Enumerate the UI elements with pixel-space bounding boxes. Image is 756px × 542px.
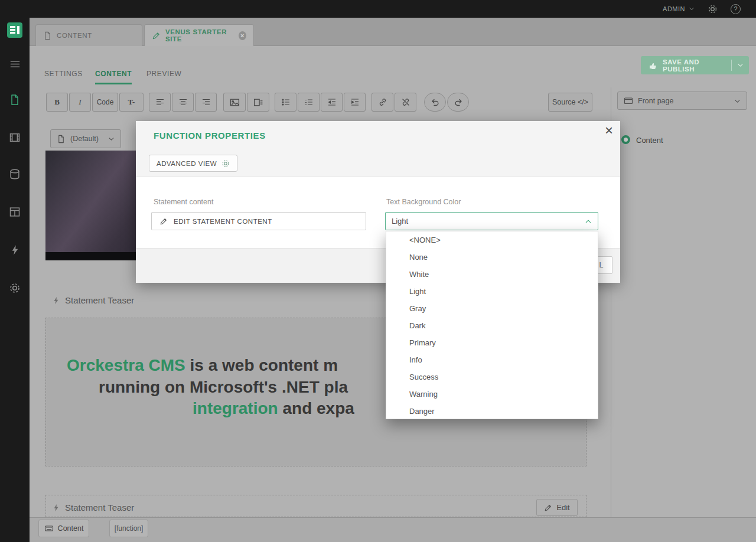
save-and-publish-label: SAVE AND PUBLISH <box>663 58 731 73</box>
option-danger[interactable]: Danger <box>386 403 598 420</box>
breadcrumb-function-chip[interactable]: [function] <box>109 520 148 537</box>
text-style-button[interactable]: T- <box>119 93 144 112</box>
tab-content-perspective[interactable]: CONTENT <box>35 24 142 46</box>
image-icon <box>230 97 240 107</box>
sidebar-system-icon[interactable] <box>0 280 30 296</box>
tab-settings[interactable]: SETTINGS <box>44 70 83 83</box>
indent-icon <box>350 97 360 107</box>
chevron-down-icon <box>734 98 741 105</box>
align-center-icon <box>178 97 188 107</box>
dialog-title: FUNCTION PROPERTIES <box>154 130 266 141</box>
option-warning[interactable]: Warning <box>386 386 598 403</box>
option-none-token[interactable]: <NONE> <box>386 231 598 249</box>
align-left-icon <box>155 97 165 107</box>
statement-line-2: running on Microsoft's .NET pla <box>99 378 348 397</box>
indent-button[interactable] <box>344 93 366 112</box>
sidebar-layout-icon[interactable] <box>0 204 30 220</box>
bold-button[interactable]: B <box>46 93 68 112</box>
code-button[interactable]: Code <box>92 93 118 112</box>
topbar: ADMIN ? <box>0 0 756 18</box>
document-icon <box>57 135 66 143</box>
image-text-icon <box>253 97 263 107</box>
undo-button[interactable] <box>424 93 446 112</box>
redo-button[interactable] <box>447 93 469 112</box>
insert-image-button[interactable] <box>223 93 246 112</box>
left-sidebar <box>0 0 30 542</box>
link-icon <box>378 97 387 107</box>
option-gray[interactable]: Gray <box>386 300 598 317</box>
align-left-button[interactable] <box>149 93 171 112</box>
option-success[interactable]: Success <box>386 368 598 386</box>
insert-link-button[interactable] <box>372 93 393 112</box>
unlink-icon <box>401 97 410 107</box>
outdent-button[interactable] <box>321 93 343 112</box>
page-selector-value: Front page <box>638 97 673 105</box>
thumbs-up-icon <box>648 61 657 70</box>
template-selector-value: (Default) <box>70 135 99 143</box>
content-radio[interactable] <box>621 135 630 144</box>
option-primary[interactable]: Primary <box>386 334 598 351</box>
breadcrumb-bar: Content [function] <box>30 517 756 542</box>
save-and-publish-button[interactable]: SAVE AND PUBLISH <box>641 56 749 74</box>
italic-button[interactable]: I <box>69 93 91 112</box>
page-icon <box>624 96 633 106</box>
help-icon[interactable]: ? <box>731 4 741 14</box>
select-value: Light <box>392 217 408 226</box>
align-center-button[interactable] <box>172 93 194 112</box>
option-none[interactable]: None <box>386 249 598 266</box>
function-bolt-icon <box>52 504 60 512</box>
option-dark[interactable]: Dark <box>386 317 598 334</box>
page-selector-dropdown[interactable]: Front page <box>617 92 747 110</box>
text-background-color-label: Text Background Color <box>386 198 461 206</box>
option-info[interactable]: Info <box>386 351 598 368</box>
text-background-color-select[interactable]: Light <box>385 212 598 230</box>
numbered-list-icon <box>304 97 314 107</box>
bullet-list-button[interactable] <box>275 93 296 112</box>
menu-toggle-icon[interactable] <box>0 56 30 71</box>
pencil-icon <box>544 504 552 512</box>
tab-content[interactable]: CONTENT <box>95 70 132 84</box>
statement-line-3: integration and expa <box>193 399 354 418</box>
insert-media-button[interactable] <box>247 93 269 112</box>
breadcrumb-content-chip[interactable]: Content <box>38 520 89 537</box>
statement-content-label: Statement content <box>154 198 213 206</box>
dialog-close-icon[interactable]: × <box>605 122 613 139</box>
sidebar-functions-icon[interactable] <box>0 242 30 257</box>
option-white[interactable]: White <box>386 266 598 283</box>
statement-teaser-2-label: Statement Teaser <box>52 502 134 512</box>
keyboard-grid-icon <box>44 524 54 533</box>
template-selector-dropdown[interactable]: (Default) <box>50 129 121 148</box>
source-view-button[interactable]: Source </> <box>548 93 592 112</box>
chevron-down-icon <box>689 6 695 12</box>
tab-label: CONTENT <box>57 32 92 39</box>
c1-logo[interactable] <box>7 22 22 38</box>
save-options-chevron-icon[interactable] <box>732 62 749 68</box>
tab-preview[interactable]: PREVIEW <box>146 70 182 83</box>
admin-menu[interactable]: ADMIN <box>663 5 695 12</box>
topbar-settings-gear-icon[interactable] <box>708 4 718 14</box>
numbered-list-button[interactable] <box>298 93 320 112</box>
content-radio-label: Content <box>636 136 663 145</box>
advanced-view-button[interactable]: ADVANCED VIEW <box>149 155 237 172</box>
statement-teaser-1-label: Statement Teaser <box>52 295 134 305</box>
align-right-button[interactable] <box>195 93 217 112</box>
tab-venus-starter-site[interactable]: VENUS STARTER SITE × <box>144 24 254 46</box>
bullet-list-icon <box>281 97 291 107</box>
document-icon <box>43 31 52 40</box>
pencil-icon <box>152 31 161 40</box>
app-window: ADMIN ? CONTENT VENUS STARTER SITE × SET… <box>0 0 756 542</box>
close-tab-icon[interactable]: × <box>239 31 246 40</box>
background-color-options-menu: <NONE> None White Light Gray Dark Primar… <box>386 231 598 419</box>
function-bolt-icon <box>52 296 60 305</box>
option-light[interactable]: Light <box>386 283 598 300</box>
sidebar-media-icon[interactable] <box>0 130 30 145</box>
edit-statement-content-button[interactable]: EDIT STATEMENT CONTENT <box>151 212 366 230</box>
tab-label: VENUS STARTER SITE <box>165 28 234 43</box>
outdent-icon <box>327 97 337 107</box>
edit-teaser-button[interactable]: Edit <box>536 499 578 516</box>
chevron-down-icon <box>108 136 115 142</box>
sidebar-data-icon[interactable] <box>0 166 30 182</box>
remove-link-button[interactable] <box>395 93 416 112</box>
statement-line-1: Orckestra CMS is a web content m <box>67 356 338 375</box>
sidebar-content-icon[interactable] <box>0 92 30 107</box>
